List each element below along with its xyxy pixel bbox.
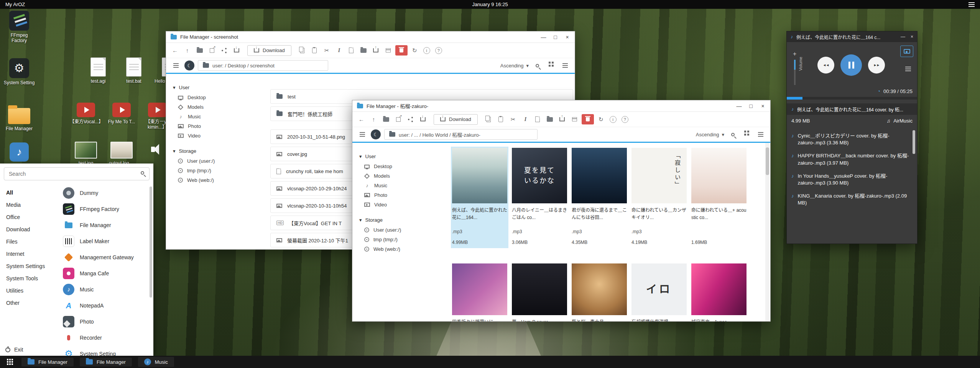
scrollbar-thumb[interactable] <box>766 147 769 175</box>
category-system-tools[interactable]: System Tools <box>0 272 58 285</box>
sidebar-item-user-drive[interactable]: User (user:/) <box>359 225 446 235</box>
trash-icon[interactable] <box>395 45 408 56</box>
cut-icon[interactable]: ✂ <box>322 45 332 56</box>
app-item-file-manager[interactable]: File Manager <box>58 217 153 233</box>
download-button[interactable]: Download <box>247 45 291 56</box>
taskbar-item-music[interactable]: ♪ Music <box>138 357 174 367</box>
music-tile[interactable]: 「寂しい」 命に嫌われている＿カンザキイオリ... .mp3 4.19MB <box>630 147 688 248</box>
cast-button[interactable] <box>900 46 913 57</box>
help-icon[interactable]: ? <box>435 47 442 54</box>
category-system-settings[interactable]: System Settings <box>0 260 58 272</box>
help-icon[interactable]: ? <box>622 116 628 123</box>
paste-icon[interactable] <box>496 114 506 124</box>
search-icon[interactable] <box>532 61 543 71</box>
new-file-icon[interactable] <box>346 45 357 56</box>
copy-icon[interactable] <box>297 45 307 56</box>
search-icon[interactable] <box>728 129 738 140</box>
window-titlebar[interactable]: File Manager - screenshot — □ × <box>166 31 575 43</box>
paste-icon[interactable] <box>309 45 320 56</box>
playlist-item[interactable]: ♪In Your Hands＿yusukeP cover. by 柘榴-zaku… <box>791 170 909 190</box>
sidebar-item-video[interactable]: Video <box>173 131 259 141</box>
music-tile[interactable]: 命に嫌われている＿+ acoustic co... 1.69MB <box>690 147 748 248</box>
app-item-ffmpeg-factory[interactable]: FFmpeg Factory <box>58 201 153 217</box>
music-tile[interactable]: 藍と桜＿青大月... <box>571 262 628 321</box>
new-folder-icon[interactable] <box>358 45 369 56</box>
app-launcher-icon[interactable] <box>7 359 8 360</box>
app-item-notepada[interactable]: ANotepadA <box>58 298 153 314</box>
desktop-image-test-jpg[interactable]: test.jpg <box>69 142 103 166</box>
sidebar-item-user-drive[interactable]: User (user:/) <box>173 156 259 166</box>
app-item-dummy[interactable]: Dummy <box>58 185 153 201</box>
back-icon[interactable]: ← <box>170 45 180 56</box>
refresh-icon[interactable]: ↻ <box>409 45 420 56</box>
sidebar-section-user[interactable]: ▾ User <box>359 151 446 162</box>
list-view-icon[interactable] <box>560 61 570 71</box>
player-titlebar[interactable]: ♪ 例えば、今此処に置かれた花に＿164 c... — × <box>787 31 917 42</box>
open-icon[interactable] <box>381 114 391 124</box>
save-to-icon[interactable] <box>231 45 242 56</box>
path-breadcrumb[interactable]: user: / Desktop / screenshot <box>198 60 328 71</box>
sidebar-toggle-icon[interactable] <box>357 129 367 140</box>
upload-icon[interactable] <box>371 45 381 56</box>
app-item-music[interactable]: ♪Music <box>58 281 153 298</box>
exit-button[interactable]: Exit <box>5 347 23 353</box>
refresh-icon[interactable]: ↻ <box>596 114 606 124</box>
share-icon[interactable] <box>219 45 229 56</box>
archive-icon[interactable] <box>569 114 580 124</box>
music-tile-selected[interactable]: 例えば、今此処に置かれた花に＿164... .mp3 4.99MB <box>451 147 508 248</box>
maximize-button[interactable]: □ <box>552 34 558 40</box>
open-icon[interactable] <box>194 45 205 56</box>
share-icon[interactable] <box>405 114 416 124</box>
next-track-button[interactable]: ►► <box>868 57 885 74</box>
archive-icon[interactable] <box>383 45 393 56</box>
category-all[interactable]: All <box>0 186 58 199</box>
music-tile[interactable]: 夢＿Ham-P cover... <box>511 262 568 321</box>
sidebar-item-models[interactable]: Models <box>359 171 446 181</box>
desktop-image-output-log[interactable]: output.log ... <box>105 142 138 166</box>
sidebar-item-photo[interactable]: Photo <box>359 190 446 200</box>
desktop-icon-file-manager[interactable]: File Manager <box>2 104 36 131</box>
category-office[interactable]: Office <box>0 211 58 223</box>
back-icon[interactable]: ← <box>356 114 367 124</box>
cut-icon[interactable]: ✂ <box>508 114 518 124</box>
category-utilities[interactable]: Utilities <box>0 285 58 297</box>
path-breadcrumb[interactable]: user: / ... / Hello World / 柘榴-zakuro- <box>384 129 538 140</box>
sidebar-item-web-drive[interactable]: Web (web:/) <box>359 244 446 254</box>
category-internet[interactable]: Internet <box>0 248 58 260</box>
sidebar-item-models[interactable]: Models <box>173 102 259 112</box>
playlist-item[interactable]: ♪Cynic＿ポリスピカデリー cover. by 柘榴-zakuro-.mp3… <box>791 129 909 149</box>
music-tile[interactable]: 君が夜の海に還るまで＿こんにちは谷田... .mp3 4.35MB <box>571 147 628 248</box>
desktop-icon-system-setting[interactable]: ⚙ System Setting <box>2 58 36 85</box>
dark-mode-toggle[interactable]: ☾ <box>184 61 194 70</box>
playlist-scrollbar[interactable] <box>913 130 915 154</box>
minimize-button[interactable]: — <box>901 34 905 39</box>
pause-button[interactable] <box>840 54 862 76</box>
up-icon[interactable]: ↑ <box>182 45 192 56</box>
brand-label[interactable]: My ArOZ <box>5 2 25 7</box>
music-tile[interactable]: 四季折々に揺蕩いに... <box>451 262 508 321</box>
desktop-video-1[interactable]: 【東方Vocal...】 <box>69 103 103 124</box>
app-item-photo[interactable]: Photo <box>58 314 153 330</box>
window-titlebar[interactable]: File Manager - 柘榴-zakuro- — □ × <box>352 100 770 112</box>
close-button[interactable]: × <box>564 34 570 40</box>
close-button[interactable]: × <box>911 34 913 39</box>
close-button[interactable]: × <box>760 103 766 109</box>
new-file-icon[interactable] <box>533 114 543 124</box>
category-other[interactable]: Other <box>0 297 58 309</box>
sidebar-item-desktop[interactable]: Desktop <box>359 162 446 171</box>
previous-track-button[interactable]: ◄◄ <box>817 57 834 74</box>
sort-dropdown[interactable]: Ascending ▾ <box>500 63 529 69</box>
playlist-item[interactable]: ♪HAPPY BIRTHDAY＿back number cover. by 柘榴… <box>791 149 909 169</box>
sidebar-toggle-icon[interactable] <box>171 61 181 71</box>
save-to-icon[interactable] <box>418 114 428 124</box>
sort-dropdown[interactable]: Ascending ▾ <box>696 132 724 137</box>
grid-view-icon[interactable] <box>546 61 556 71</box>
menu-scrollbar[interactable] <box>150 186 152 298</box>
sidebar-item-music[interactable]: ♪Music <box>359 181 446 190</box>
sidebar-item-desktop[interactable]: Desktop <box>173 93 259 102</box>
info-icon[interactable]: i <box>610 116 617 123</box>
desktop-video-2[interactable]: Fly Me To T... <box>105 103 138 124</box>
output-device[interactable]: ♫ AirMusic <box>886 118 913 124</box>
desktop-icon-ffmpeg-factory[interactable]: FFmpeg Factory <box>2 11 36 44</box>
list-view-icon[interactable] <box>755 129 766 140</box>
